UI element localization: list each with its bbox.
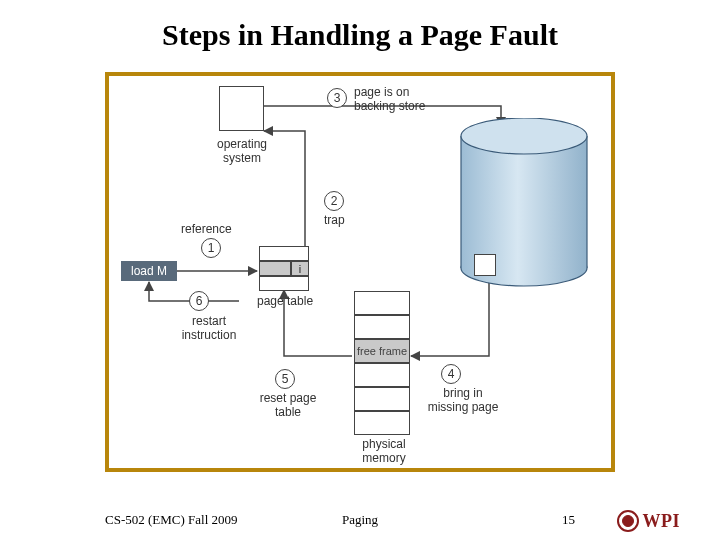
- restart-label: restart instruction: [172, 315, 246, 343]
- reset-page-table-label: reset page table: [253, 392, 323, 420]
- step-3: 3: [327, 88, 347, 108]
- os-label: operating system: [209, 138, 275, 166]
- page-table-slot-0: [259, 246, 309, 261]
- trap-label: trap: [324, 214, 345, 228]
- pm-slot-0: [354, 291, 410, 315]
- page-table-slot-2: [259, 276, 309, 291]
- step-1: 1: [201, 238, 221, 258]
- page-table-label: page table: [257, 295, 313, 309]
- page-fault-diagram: operating system 3 page is on backing st…: [109, 76, 611, 468]
- topic-label: Paging: [342, 512, 378, 528]
- svg-rect-2: [461, 136, 587, 268]
- backing-store-label: page is on backing store: [354, 86, 425, 114]
- pm-slot-4: [354, 387, 410, 411]
- step-4: 4: [441, 364, 461, 384]
- pm-free-frame: free frame: [354, 339, 410, 363]
- page-table-slot-i: [259, 261, 291, 276]
- wpi-seal-icon: [617, 510, 639, 532]
- page-number: 15: [562, 512, 575, 528]
- wpi-wordmark: WPI: [643, 511, 681, 532]
- pm-slot-1: [354, 315, 410, 339]
- os-box: [219, 86, 264, 131]
- diagram-frame: operating system 3 page is on backing st…: [105, 72, 615, 472]
- school-logo: WPI: [617, 510, 681, 532]
- pm-slot-3: [354, 363, 410, 387]
- step-5: 5: [275, 369, 295, 389]
- page-title: Steps in Handling a Page Fault: [0, 0, 720, 52]
- page-table-slot-i-bit: i: [291, 261, 309, 276]
- step-6: 6: [189, 291, 209, 311]
- course-label: CS-502 (EMC) Fall 2009: [105, 512, 238, 528]
- svg-point-5: [461, 118, 587, 154]
- load-m-box: load M: [121, 261, 177, 281]
- pm-slot-5: [354, 411, 410, 435]
- reference-label: reference: [181, 223, 232, 237]
- bring-in-label: bring in missing page: [423, 387, 503, 415]
- disk-page-box: [474, 254, 496, 276]
- step-2: 2: [324, 191, 344, 211]
- physical-memory-label: physical memory: [354, 438, 414, 466]
